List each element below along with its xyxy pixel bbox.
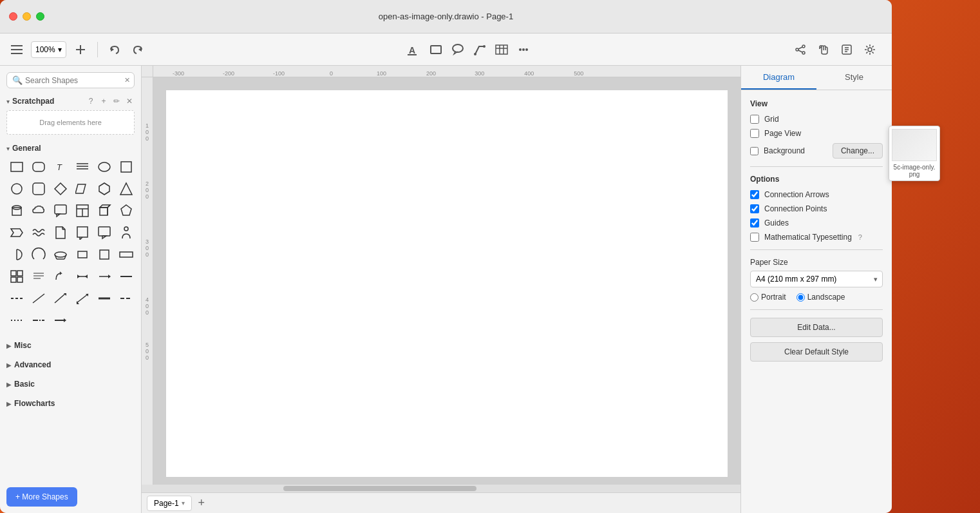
sidebar-toggle-button[interactable]	[8, 41, 26, 59]
shape-dotted-line[interactable]	[6, 310, 27, 331]
search-box[interactable]: 🔍 ✕	[6, 72, 135, 88]
more-tool-button[interactable]	[514, 41, 532, 59]
add-page-tab-button[interactable]: +	[194, 496, 209, 510]
advanced-header[interactable]: ▶ Advanced	[6, 355, 135, 374]
tab-style[interactable]: Style	[816, 66, 892, 90]
rectangle-tool-button[interactable]	[427, 41, 445, 59]
landscape-radio[interactable]	[796, 293, 805, 302]
flowcharts-header[interactable]: ▶ Flowcharts	[6, 394, 135, 413]
background-checkbox[interactable]	[750, 147, 759, 155]
shape-rounded-rect[interactable]	[28, 157, 49, 177]
scrollbar-thumb[interactable]	[283, 486, 476, 491]
shape-curved-arrow[interactable]	[50, 266, 71, 287]
search-input[interactable]	[25, 76, 122, 85]
portrait-radio[interactable]	[750, 293, 759, 302]
shape-dash-dot-line[interactable]	[28, 310, 49, 331]
shape-circle[interactable]	[6, 179, 27, 199]
shape-circle-half[interactable]	[6, 244, 27, 265]
edit-style-button[interactable]	[838, 41, 856, 59]
portrait-radio-label[interactable]: Portrait	[750, 293, 786, 302]
share-button[interactable]	[791, 41, 809, 59]
basic-header[interactable]: ▶ Basic	[6, 374, 135, 394]
guides-checkbox[interactable]	[750, 218, 759, 227]
text-tool-button[interactable]: A	[405, 41, 423, 59]
shape-callout[interactable]	[50, 200, 71, 221]
connection-arrows-checkbox[interactable]	[750, 190, 759, 199]
shape-solid-line[interactable]	[116, 266, 137, 287]
shape-cylinder[interactable]	[6, 200, 27, 221]
shape-note[interactable]	[72, 222, 93, 243]
scratchpad-add-btn[interactable]: +	[99, 96, 109, 106]
shape-table[interactable]	[72, 200, 93, 221]
shape-ellipse[interactable]	[94, 157, 115, 177]
shape-line-arrow-both[interactable]	[72, 288, 93, 309]
zoom-control[interactable]: 100% ▾	[31, 41, 66, 58]
svg-text:T: T	[57, 162, 62, 172]
connection-points-checkbox[interactable]	[750, 204, 759, 213]
minimize-button[interactable]	[23, 12, 31, 21]
undo-button[interactable]	[106, 41, 124, 59]
pageview-checkbox[interactable]	[750, 129, 759, 138]
close-button[interactable]	[9, 12, 17, 21]
speech-tool-button[interactable]	[449, 41, 467, 59]
shape-tape[interactable]	[50, 244, 71, 265]
tab-diagram[interactable]: Diagram	[741, 66, 816, 90]
shape-box-3d[interactable]	[94, 200, 115, 221]
horizontal-scrollbar[interactable]	[142, 485, 740, 492]
shape-square[interactable]	[116, 157, 137, 177]
shape-arrow-right[interactable]	[94, 266, 115, 287]
paper-size-select[interactable]: A4 (210 mm x 297 mm) A3 (297 mm x 420 mm…	[750, 271, 883, 287]
canvas-inner[interactable]	[166, 90, 728, 477]
shape-small-rect[interactable]	[72, 244, 93, 265]
misc-header[interactable]: ▶ Misc	[6, 336, 135, 355]
shape-rectangle[interactable]	[6, 157, 27, 177]
shape-line-diag-arrow[interactable]	[50, 288, 71, 309]
shape-dashed-line-lg[interactable]	[116, 288, 137, 309]
clear-default-style-button[interactable]: Clear Default Style	[750, 342, 883, 362]
shape-doc[interactable]	[50, 222, 71, 243]
shape-hexagon[interactable]	[94, 179, 115, 199]
shape-callout-rect[interactable]	[94, 222, 115, 243]
math-typesetting-checkbox[interactable]	[750, 233, 759, 242]
shape-wide-rect[interactable]	[116, 244, 137, 265]
scratchpad-header[interactable]: ▾ Scratchpad ? + ✏ ✕	[6, 96, 135, 106]
general-header[interactable]: ▾ General	[6, 140, 135, 157]
shape-chevron[interactable]	[6, 222, 27, 243]
landscape-radio-label[interactable]: Landscape	[796, 293, 845, 302]
table-tool-button[interactable]	[493, 41, 511, 59]
shape-pentagon[interactable]	[116, 200, 137, 221]
shape-lines-small[interactable]	[28, 266, 49, 287]
more-shapes-button[interactable]: + More Shapes	[6, 487, 77, 507]
hand-tool-button[interactable]	[815, 41, 833, 59]
shape-text[interactable]: T	[50, 157, 71, 177]
settings-button[interactable]	[861, 41, 879, 59]
connector-tool-button[interactable]	[471, 41, 489, 59]
shape-triangle[interactable]	[116, 179, 137, 199]
shape-wave[interactable]	[28, 222, 49, 243]
scratchpad-close-btn[interactable]: ✕	[124, 96, 135, 106]
shape-double-arrow[interactable]	[72, 266, 93, 287]
shape-person[interactable]	[116, 222, 137, 243]
shape-rounded-square[interactable]	[28, 179, 49, 199]
shape-partial-circle[interactable]	[28, 244, 49, 265]
shape-dashed-line-sm[interactable]	[6, 288, 27, 309]
shape-cloud[interactable]	[28, 200, 49, 221]
redo-button[interactable]	[129, 41, 147, 59]
maximize-button[interactable]	[36, 12, 44, 21]
shape-thick-line[interactable]	[94, 288, 115, 309]
change-background-button[interactable]: Change...	[833, 143, 883, 159]
scratchpad-help-btn[interactable]: ?	[86, 96, 96, 106]
shape-diamond[interactable]	[50, 179, 71, 199]
grid-checkbox[interactable]	[750, 115, 759, 124]
shape-line-diag[interactable]	[28, 288, 49, 309]
page-tab-1[interactable]: Page-1 ▾	[147, 496, 192, 511]
edit-data-button[interactable]: Edit Data...	[750, 318, 883, 337]
scratchpad-edit-btn[interactable]: ✏	[111, 96, 122, 106]
shape-arrow-end-line[interactable]	[50, 310, 71, 331]
canvas[interactable]	[153, 77, 740, 485]
shape-parallelogram[interactable]	[72, 179, 93, 199]
shape-grid-2x2[interactable]	[6, 266, 27, 287]
add-page-button[interactable]	[71, 41, 90, 59]
shape-small-square[interactable]	[94, 244, 115, 265]
shape-lines[interactable]	[72, 157, 93, 177]
